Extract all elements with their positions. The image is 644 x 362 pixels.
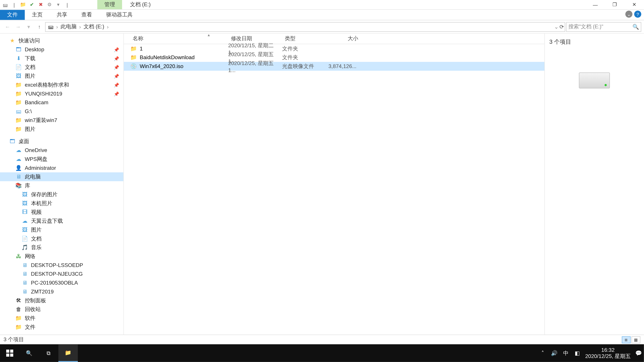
tab-view[interactable]: 查看 (74, 10, 99, 20)
task-view-button[interactable]: ⧉ (39, 344, 58, 362)
tree-item-label: Desktop (25, 46, 44, 53)
tree-item-icon: 📄 (15, 64, 22, 71)
tree-item[interactable]: 🖼图片📌 (0, 71, 124, 80)
tree-item-icon: 📚 (15, 182, 22, 189)
tree-item[interactable]: 🖥ZMT2019 (0, 287, 124, 296)
file-row[interactable]: 📁BaiduNetdiskDownload2020/12/25, 星期五 1..… (124, 53, 544, 62)
file-row[interactable]: 💿Win7x64_2020.iso2020/12/25, 星期五 1...光盘映… (124, 62, 544, 71)
qat-open-icon[interactable]: 📁 (20, 1, 26, 8)
nav-back-button[interactable]: ← (3, 22, 12, 32)
tray-ime-icon[interactable]: 中 (562, 350, 569, 357)
tree-item[interactable]: 👤Administrator (0, 164, 124, 172)
qat-dropdown-icon[interactable]: ▾ (55, 1, 62, 8)
tree-item[interactable]: 🎞视频 (0, 208, 124, 217)
tree-item-icon: 🖥 (21, 271, 28, 278)
tree-item[interactable]: 📄文档📌 (0, 63, 124, 71)
address-bar-row: ← → ▾ ↑ 🖴 › 此电脑 › 文档 (E:) › ⌄ ⟳ 搜索"文档 (E… (0, 20, 644, 33)
tree-item[interactable]: 📁excel表格制作求和📌 (0, 80, 124, 89)
tray-notifications-icon[interactable]: 💬 (635, 350, 642, 357)
tree-item[interactable]: 📁图片 (0, 125, 124, 134)
tree-item[interactable]: 🖥此电脑 (0, 172, 124, 181)
tree-item[interactable]: 📁YUNQISHI2019📌 (0, 89, 124, 98)
tab-drive-tools[interactable]: 驱动器工具 (99, 10, 140, 20)
crumb-pc[interactable]: 此电脑 (60, 23, 77, 30)
qat-check-icon[interactable]: ✔ (28, 1, 36, 8)
column-headers: 名称▲ 修改日期 类型 大小 (124, 33, 544, 44)
nav-recent-button[interactable]: ▾ (24, 22, 34, 32)
tree-item[interactable]: 🗔Desktop📌 (0, 45, 124, 54)
header-size[interactable]: 大小 (327, 35, 358, 42)
tree-label: 回收站 (25, 306, 41, 313)
file-row[interactable]: 📁12020/12/15, 星期二 1...文件夹 (124, 44, 544, 53)
crumb-sep-icon: › (107, 24, 109, 30)
tree-item[interactable]: 🖥PC-20190530OBLA (0, 278, 124, 287)
address-bar[interactable]: 🖴 › 此电脑 › 文档 (E:) › ⌄ ⟳ (45, 22, 565, 32)
taskbar-explorer-button[interactable]: 📁 (58, 344, 78, 362)
tree-item[interactable]: ☁OneDrive (0, 146, 124, 155)
tree-item[interactable]: 🎵音乐 (0, 243, 124, 252)
crumb-drive[interactable]: 文档 (E:) (83, 23, 105, 30)
tree-recycle-bin[interactable]: 🗑 回收站 (0, 305, 124, 314)
tree-item[interactable]: 🖴G:\ (0, 107, 124, 116)
tree-quick-access[interactable]: ★ 快速访问 (0, 36, 124, 45)
tree-item[interactable]: 📁win7重装win7 (0, 116, 124, 125)
view-icons-button[interactable]: ▦ (632, 336, 640, 343)
svg-rect-3 (10, 354, 13, 357)
tab-share[interactable]: 共享 (50, 10, 74, 20)
tree-software[interactable]: 📁 软件 (0, 314, 124, 323)
pin-icon: 📌 (114, 47, 119, 52)
recycle-icon: 🗑 (15, 306, 22, 313)
tree-item[interactable]: 📁Bandicam (0, 98, 124, 107)
close-button[interactable]: ✕ (624, 0, 644, 9)
taskbar-search-button[interactable]: 🔍 (20, 344, 39, 362)
tree-item[interactable]: 🖥DESKTOP-NJEU3CG (0, 270, 124, 279)
tree-item[interactable]: ☁WPS网盘 (0, 155, 124, 164)
start-button[interactable] (0, 344, 20, 362)
tree-control-panel[interactable]: 🛠 控制面板 (0, 296, 124, 305)
nav-forward-button[interactable]: → (13, 22, 23, 32)
tree-files[interactable]: 📁 文件 (0, 323, 124, 332)
ribbon-expand-icon[interactable]: ⌄ (626, 10, 632, 17)
qat-sep2: | (64, 1, 71, 8)
tree-item[interactable]: 📚库 (0, 181, 124, 190)
qat-close-icon[interactable]: ✖ (37, 1, 44, 8)
tree-desktop[interactable]: 🗔 桌面 (0, 137, 124, 146)
nav-up-button[interactable]: ↑ (34, 22, 44, 32)
tray-app-icon[interactable]: ◧ (574, 350, 581, 357)
minimize-button[interactable]: — (586, 0, 605, 9)
file-name: BaiduNetdiskDownload (140, 54, 228, 60)
tree-item[interactable]: ⬇下载📌 (0, 54, 124, 63)
tree-item[interactable]: 🖼本机照片 (0, 199, 124, 208)
header-name[interactable]: 名称▲ (130, 35, 228, 42)
search-box[interactable]: 搜索"文档 (E:)" 🔍 (566, 22, 641, 32)
search-icon[interactable]: 🔍 (632, 24, 639, 30)
file-icon: 📁 (130, 54, 137, 61)
header-date[interactable]: 修改日期 (228, 35, 282, 42)
tray-clock[interactable]: 16:32 2020/12/25, 星期五 (585, 347, 630, 360)
tree-network[interactable]: 🖧 网络 (0, 252, 124, 261)
tray-volume-icon[interactable]: 🔊 (551, 350, 558, 357)
crumb-sep-icon: › (56, 24, 58, 30)
tree-item-icon: 🖼 (21, 191, 28, 198)
tab-file[interactable]: 文件 (0, 10, 25, 20)
pin-icon: 📌 (114, 82, 119, 87)
qat-gear-icon[interactable]: ⚙ (46, 1, 53, 8)
tree-item[interactable]: 🖼保存的图片 (0, 190, 124, 199)
maximize-button[interactable]: ❐ (605, 0, 624, 9)
tree-item-label: 视频 (31, 208, 42, 216)
view-details-button[interactable]: ≣ (622, 336, 631, 343)
tab-home[interactable]: 主页 (25, 10, 50, 20)
tree-item[interactable]: ☁天翼云盘下载 (0, 217, 124, 225)
help-icon[interactable]: ? (634, 10, 641, 17)
tree-item[interactable]: 🖥DESKTOP-LSSOEDP (0, 261, 124, 270)
tray-overflow-icon[interactable]: ˄ (539, 350, 546, 357)
tree-item[interactable]: 🖼图片 (0, 225, 124, 234)
tree-item[interactable]: 📄文档 (0, 234, 124, 243)
refresh-icon[interactable]: ⟳ (560, 24, 564, 30)
navigation-tree[interactable]: ★ 快速访问 🗔Desktop📌⬇下载📌📄文档📌🖼图片📌📁excel表格制作求和… (0, 33, 124, 335)
drive-preview-icon (579, 72, 610, 88)
qat-sep: | (10, 1, 18, 8)
tab-manage[interactable]: 管理 (97, 0, 122, 9)
header-type[interactable]: 类型 (282, 35, 327, 42)
address-dropdown-icon[interactable]: ⌄ (554, 24, 558, 30)
